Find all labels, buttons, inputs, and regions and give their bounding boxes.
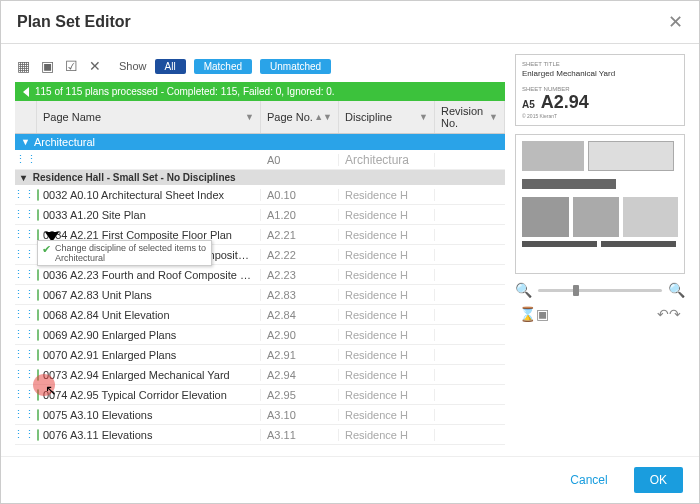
redo-icon[interactable]: ↷: [669, 306, 681, 322]
drag-handle-icon[interactable]: ⋮⋮: [15, 308, 35, 321]
table-row[interactable]: ⋮⋮0075 A3.10 ElevationsA3.10Residence H: [15, 405, 505, 425]
group-label: Architectural: [34, 136, 95, 148]
copyright: © 2015 KieranT: [522, 113, 678, 119]
drag-handle-icon[interactable]: ⋮⋮: [15, 368, 35, 381]
cell-page-name: 0075 A3.10 Elevations: [37, 409, 261, 421]
filter-unmatched[interactable]: Unmatched: [260, 59, 331, 74]
stop-icon[interactable]: ▣: [536, 306, 549, 322]
show-label: Show: [119, 60, 147, 72]
cell-page-no: A2.91: [261, 349, 339, 361]
tooltip-change-discipline: ✔ Change discipline of selected items to…: [37, 240, 212, 266]
check-icon: ✔: [42, 243, 51, 256]
grid-header: Page Name▼ Page No.▲▼ Discipline▼ Revisi…: [15, 101, 505, 134]
left-panel: ▦ ▣ ☑ ✕ Show All Matched Unmatched 115 o…: [15, 54, 505, 446]
table-row[interactable]: ⋮⋮0036 A2.23 Fourth and Roof Composite F…: [15, 265, 505, 285]
discipline-input[interactable]: Architectura: [339, 153, 435, 167]
cell-discipline: Residence H: [339, 249, 435, 261]
table-row[interactable]: ⋮⋮0032 A0.10 Architectural Sheet IndexA0…: [15, 185, 505, 205]
table-row[interactable]: ⋮⋮0069 A2.90 Enlarged PlansA2.90Residenc…: [15, 325, 505, 345]
cell-page-name: 0074 A2.95 Typical Corridor Elevation: [37, 389, 261, 401]
filter-all[interactable]: All: [155, 59, 186, 74]
zoom-slider[interactable]: [538, 289, 662, 292]
image-icon[interactable]: ▣: [39, 58, 55, 74]
hourglass-icon[interactable]: ⌛: [519, 306, 536, 322]
filter-icon: ▼: [419, 112, 428, 122]
drag-handle-icon[interactable]: ⋮⋮: [15, 348, 35, 361]
cell-page-no: A2.21: [261, 229, 339, 241]
drag-handle-icon[interactable]: ⋮⋮: [15, 153, 37, 166]
drag-handle-icon[interactable]: ⋮⋮: [15, 328, 35, 341]
drag-handle-icon[interactable]: ⋮⋮: [15, 288, 35, 301]
cell-page-name: 0067 A2.83 Unit Plans: [37, 289, 261, 301]
group-architectural[interactable]: ▼ Architectural: [15, 134, 505, 150]
cell-page-no: A2.95: [261, 389, 339, 401]
cell-discipline: Residence H: [339, 369, 435, 381]
ok-button[interactable]: OK: [634, 467, 683, 493]
cell-discipline: Residence H: [339, 229, 435, 241]
chevron-down-icon: ▼: [21, 137, 30, 147]
drag-handle-icon[interactable]: ⋮⋮: [15, 388, 35, 401]
drag-handle-icon[interactable]: ⋮⋮: [15, 208, 35, 221]
delete-icon[interactable]: ✕: [87, 58, 103, 74]
drag-handle-icon[interactable]: ⋮⋮: [15, 228, 35, 241]
cell-page-name: 0033 A1.20 Site Plan: [37, 209, 261, 221]
table-row[interactable]: ⋮⋮0068 A2.84 Unit ElevationA2.84Residenc…: [15, 305, 505, 325]
table-row[interactable]: ⋮⋮0074 A2.95 Typical Corridor ElevationA…: [15, 385, 505, 405]
cell-page-no: A0.10: [261, 189, 339, 201]
cell-page-name: 0036 A2.23 Fourth and Roof Composite Flo…: [37, 269, 261, 281]
table-row[interactable]: ⋮⋮0073 A2.94 Enlarged Mechanical YardA2.…: [15, 365, 505, 385]
check-icon[interactable]: ☑: [63, 58, 79, 74]
undo-icon[interactable]: ↶: [657, 306, 669, 322]
cell-page-no: A2.22: [261, 249, 339, 261]
cell-page-no: A2.23: [261, 269, 339, 281]
column-discipline[interactable]: Discipline▼: [339, 101, 435, 133]
tooltip-text: Change discipline of selected items to A…: [55, 243, 207, 263]
cell-page-no: A2.90: [261, 329, 339, 341]
chevron-down-icon: ▾: [21, 172, 26, 183]
table-row[interactable]: ⋮⋮0070 A2.91 Enlarged PlansA2.91Residenc…: [15, 345, 505, 365]
status-text: 115 of 115 plans processed - Completed: …: [35, 86, 335, 97]
sheet-title-label: SHEET TITLE: [522, 61, 678, 67]
close-icon[interactable]: ✕: [668, 11, 683, 33]
drag-handle-icon[interactable]: ⋮⋮: [15, 248, 35, 261]
cell-page-no: A3.10: [261, 409, 339, 421]
cancel-button[interactable]: Cancel: [554, 467, 623, 493]
grid-icon[interactable]: ▦: [15, 58, 31, 74]
drag-handle-icon[interactable]: ⋮⋮: [15, 268, 35, 281]
drag-handle-icon[interactable]: ⋮⋮: [15, 428, 35, 441]
cell-discipline: Residence H: [339, 309, 435, 321]
filter-matched[interactable]: Matched: [194, 59, 252, 74]
column-revision[interactable]: Revision No.▼: [435, 101, 505, 133]
filter-icon: ▼: [245, 112, 254, 122]
cell-discipline: Residence H: [339, 349, 435, 361]
zoom-in-icon[interactable]: 🔍: [668, 282, 685, 298]
status-bar[interactable]: 115 of 115 plans processed - Completed: …: [15, 82, 505, 101]
table-row[interactable]: ⋮⋮0076 A3.11 ElevationsA3.11Residence H: [15, 425, 505, 445]
cell-page-name: 0034 A2.21 First Composite Floor Plan: [37, 229, 261, 241]
zoom-control: 🔍 🔍: [515, 282, 685, 298]
plan-thumbnail[interactable]: [515, 134, 685, 274]
column-page-name[interactable]: Page Name▼: [37, 101, 261, 133]
filter-icon: ▼: [489, 112, 498, 122]
cell-discipline: Residence H: [339, 189, 435, 201]
input-row[interactable]: ⋮⋮ A0 Architectura: [15, 150, 505, 170]
titlebar: Plan Set Editor ✕: [1, 1, 699, 44]
toolbar: ▦ ▣ ☑ ✕ Show All Matched Unmatched: [15, 54, 505, 82]
table-row[interactable]: ⋮⋮0067 A2.83 Unit PlansA2.83Residence H: [15, 285, 505, 305]
column-page-no[interactable]: Page No.▲▼: [261, 101, 339, 133]
cell-page-no: A1.20: [261, 209, 339, 221]
drag-handle-icon[interactable]: ⋮⋮: [15, 408, 35, 421]
table-row[interactable]: ⋮⋮0033 A1.20 Site PlanA1.20Residence H: [15, 205, 505, 225]
cell-page-name: 0068 A2.84 Unit Elevation: [37, 309, 261, 321]
filter-icon: ▲▼: [314, 112, 332, 122]
page-no-input[interactable]: A0: [261, 154, 339, 166]
right-panel: SHEET TITLE Enlarged Mechanical Yard SHE…: [515, 54, 685, 446]
zoom-out-icon[interactable]: 🔍: [515, 282, 532, 298]
cell-page-no: A3.11: [261, 429, 339, 441]
dialog-footer: Cancel OK: [1, 456, 699, 503]
cell-page-no: A2.83: [261, 289, 339, 301]
drag-handle-icon[interactable]: ⋮⋮: [15, 188, 35, 201]
cell-discipline: Residence H: [339, 209, 435, 221]
group-residence-hall[interactable]: ▾ Residence Hall - Small Set - No Discip…: [15, 170, 505, 185]
sheet-preview: SHEET TITLE Enlarged Mechanical Yard SHE…: [515, 54, 685, 126]
